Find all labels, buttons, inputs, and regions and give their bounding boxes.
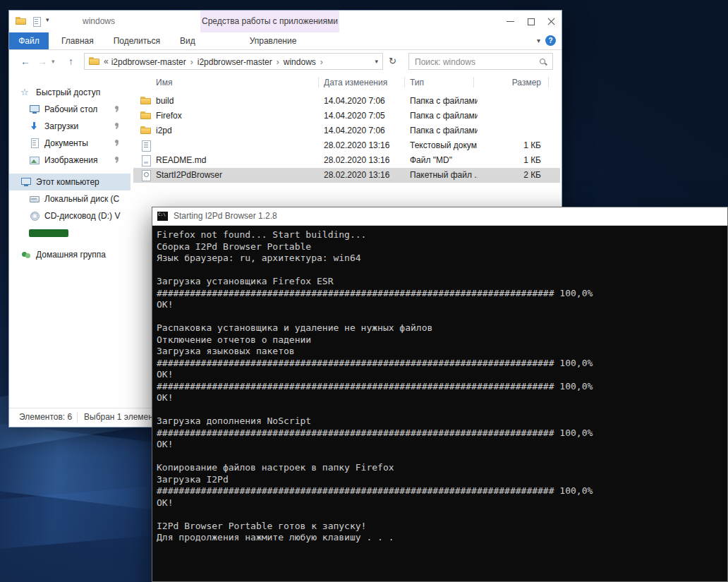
console-line: OK! [157,392,727,404]
file-date: 14.04.2020 7:06 [324,94,385,109]
ribbon-expand-icon[interactable]: ▾ [537,32,540,49]
folder-icon [140,96,152,107]
explorer-titlebar[interactable]: ▾ windows Средства работы с приложениями [9,11,562,32]
console-line: ########################################… [157,358,727,370]
pin-icon [114,157,121,164]
console-window-icon: C:\ [157,212,168,221]
quick-access-toolbar-icon[interactable] [33,17,41,27]
file-row[interactable]: 28.02.2020 13:16Текстовый докум...1 КБ [133,138,560,153]
breadcrumb-segment[interactable]: i2pdbrowser-master [111,57,186,67]
nav-item-homegroup[interactable]: Домашняя группа [9,246,131,263]
file-list: build14.04.2020 7:06Папка с файламиFiref… [133,94,560,183]
minimize-button[interactable] [500,11,521,32]
nav-item-label: Загрузки [44,121,78,131]
quick-access-toolbar-chevron-icon[interactable]: ▾ [46,16,49,23]
file-row[interactable]: i2pd14.04.2020 7:06Папка с файлами [133,123,560,138]
nav-item-quick-access[interactable]: ☆Быстрый доступ [9,84,131,101]
cd-icon [29,210,40,222]
nav-item-desktop[interactable]: Рабочий стол [9,101,131,118]
nav-item-label: Локальный диск (C [44,194,119,204]
nav-item-label: Рабочий стол [44,104,97,114]
console-window: C:\ Starting I2Pd Browser 1.2.8 Firefox … [152,207,728,582]
console-line [157,509,727,521]
status-divider [77,412,78,423]
column-headers: ИмяДата измененияТипРазмер [133,75,560,90]
search-icon[interactable] [539,58,547,66]
console-line: ########################################… [157,428,727,439]
column-resize-handle[interactable] [318,77,319,87]
file-name: i2pd [156,123,318,138]
minimize-icon [506,21,514,22]
file-size: 2 КБ [479,168,541,183]
file-row[interactable]: README.md28.02.2020 13:16Файл "MD"1 КБ [133,153,560,168]
file-row[interactable]: build14.04.2020 7:06Папка с файлами [133,94,560,109]
console-line [157,265,727,277]
nav-pane: ☆Быстрый доступРабочий столЗагрузкиДокум… [9,73,131,408]
file-type: Папка с файлами [410,109,478,123]
nav-item-downloads[interactable]: Загрузки [9,118,131,135]
pin-icon [114,140,121,147]
nav-item-pictures[interactable]: Изображения [9,152,131,169]
console-line: OK! [157,369,727,381]
column-header-date[interactable]: Дата изменения [324,75,387,90]
column-resize-handle[interactable] [548,77,549,87]
console-body[interactable]: Firefox not found... Start building...Сб… [152,225,727,581]
console-line: Загрузка дополнения NoScript [157,416,727,428]
file-type: Файл "MD" [410,153,478,168]
close-button[interactable] [541,11,562,32]
address-dropdown-icon[interactable]: ▾ [375,58,378,65]
ribbon-tab-file[interactable]: Файл [9,32,49,49]
column-header-type[interactable]: Тип [410,75,424,90]
nav-item-documents[interactable]: Документы [9,135,131,152]
up-button[interactable]: ↑ [68,50,73,73]
nav-item-label: Изображения [44,155,97,165]
address-bar[interactable]: « i2pdbrowser-master›i2pdbrowser-master›… [84,53,383,70]
file-row[interactable]: Firefox14.04.2020 7:05Папка с файлами [133,109,560,123]
contextual-tab-header[interactable]: Средства работы с приложениями [200,11,339,32]
column-resize-handle[interactable] [404,77,405,87]
ribbon-tab-1[interactable]: Поделиться [114,32,160,49]
breadcrumb-chevron-icon[interactable]: › [277,57,279,67]
ribbon-tab-2[interactable]: Вид [180,32,195,49]
file-row[interactable]: StartI2PdBrowser28.02.2020 13:16Пакетный… [133,168,560,183]
desktop: ▾ windows Средства работы с приложениями… [0,0,728,582]
file-name: build [156,94,318,109]
back-button[interactable]: ← [20,50,30,73]
file-type: Пакетный файл ... [410,168,478,183]
maximize-button[interactable] [521,11,541,32]
status-selection: Выбран 1 элемент [84,408,157,426]
breadcrumb-segment[interactable]: i2pdbrowser-master [198,57,272,67]
column-header-size[interactable]: Размер [479,75,541,90]
help-icon[interactable]: ? [545,35,556,46]
breadcrumb-chevron-icon[interactable]: › [320,57,323,67]
breadcrumb-segment[interactable]: windows [284,57,316,67]
ribbon-tab-0[interactable]: Главная [61,32,94,49]
console-line [157,451,727,463]
console-line: ########################################… [157,381,727,393]
green-drive-icon [29,227,40,238]
nav-item-label: Домашняя группа [36,250,106,260]
console-line: OK! [157,497,727,509]
search-input[interactable] [413,55,536,69]
column-resize-handle[interactable] [473,77,474,87]
address-folder-icon [89,57,100,66]
nav-item-label: Этот компьютер [36,177,99,187]
nav-item-label: Быстрый доступ [36,87,100,97]
nav-item-local-disk-c[interactable]: Локальный диск (C [9,190,131,207]
breadcrumb-chevron-icon[interactable]: › [190,57,193,67]
refresh-icon[interactable]: ↻ [389,50,396,73]
file-date: 14.04.2020 7:05 [324,109,385,123]
ribbon-tab-bar: Файл ГлавнаяПоделитьсяВид Управление ▾ ? [9,32,562,50]
nav-item-unknown-drive[interactable] [9,224,131,241]
column-header-name[interactable]: Имя [156,75,172,90]
console-titlebar[interactable]: C:\ Starting I2Pd Browser 1.2.8 [152,207,727,226]
disk-icon [29,193,40,205]
ribbon-tab-manage[interactable]: Управление [243,32,303,49]
nav-item-label: CD-дисковод (D:) V [44,211,120,221]
nav-item-this-pc[interactable]: Этот компьютер [9,174,131,190]
console-line: Firefox not found... Start building... [157,229,727,241]
nav-item-cd-drive-d[interactable]: CD-дисковод (D:) V [9,207,131,224]
file-date: 28.02.2020 13:16 [324,138,389,153]
forward-button[interactable]: → [37,50,47,73]
recent-locations-icon[interactable]: ▾ [51,50,55,73]
